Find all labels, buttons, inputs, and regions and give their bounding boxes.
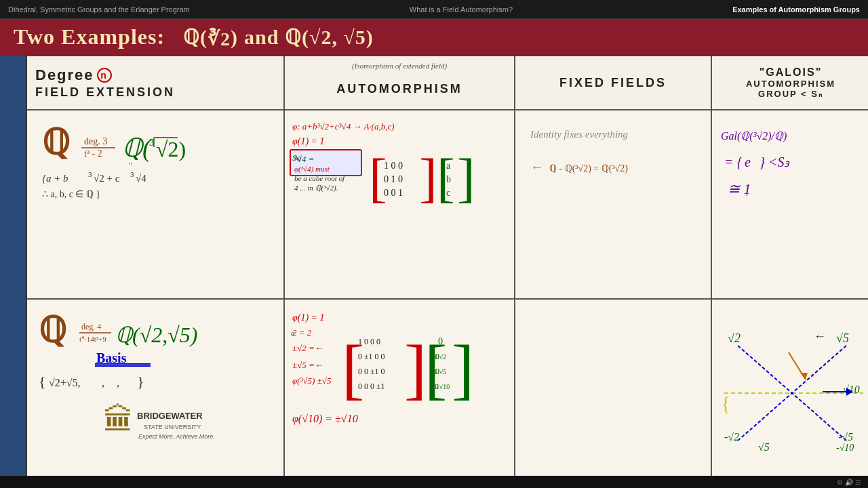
svg-text:1/√10: 1/√10	[434, 383, 450, 390]
header-automorphism: (Isomorphism of extended field) AUTOMORP…	[285, 56, 515, 110]
svg-text:√5: √5	[836, 331, 849, 345]
svg-text:φ(√10) = ±√10: φ(√10) = ±√10	[292, 413, 358, 425]
svg-text:3: 3	[88, 170, 92, 178]
svg-text:t⁴-14t²+9: t⁴-14t²+9	[79, 335, 106, 343]
nav-right[interactable]: Examples of Automorphism Groups	[732, 5, 860, 14]
svg-text:ℚ - ℚ(³√2) = ℚ(³√2): ℚ - ℚ(³√2) = ℚ(³√2)	[549, 163, 628, 174]
bottom-bar: ⚙ 🔊 ☰	[0, 476, 868, 488]
svg-text:{: {	[721, 392, 730, 414]
svg-text:{a + b: {a + b	[42, 173, 68, 184]
nav-left[interactable]: Dihedral, Symmetric Groups and the Erlan…	[8, 5, 190, 14]
svg-text:= {: = {	[724, 155, 743, 169]
auto-row2-svg: φ(1) = 1 [ 1 0 0 0 0 ±1 0 0 0 0 ±1 0 0 0…	[289, 304, 515, 480]
bottom-status: ⚙ 🔊 ☰	[837, 479, 861, 486]
main-content: Degree n FIELD EXTENSION (Isomorphism of…	[0, 56, 868, 488]
galois-group-row2: √2 √5 ← -√5 √10 -√10 √5 -√2	[712, 300, 868, 489]
fixed-fields-row1-svg: Identity fixes everything ← ℚ - ℚ(³√2) =…	[524, 117, 712, 253]
svg-text:,: ,	[117, 377, 119, 388]
svg-text:ℚ: ℚ	[42, 123, 70, 162]
svg-text:-√5: -√5	[838, 431, 853, 443]
svg-text:": "	[129, 160, 132, 170]
galois-group-label: GROUP < Sₙ	[758, 89, 823, 99]
svg-text:√4: √4	[136, 173, 146, 184]
svg-text:0  1  0: 0 1 0	[384, 174, 403, 184]
iso-note: (Isomorphism of extended field)	[352, 62, 447, 70]
svg-text:]: ]	[404, 331, 427, 407]
svg-text:±√5 =←: ±√5 =←	[292, 360, 323, 370]
field-ext-row2-svg: ℚ deg. 4 t⁴-14t²+9 ℚ(√2,√5) Basis { √2+√…	[35, 305, 276, 474]
galois-header-content: "GALOIS" AUTOMORPHISM GROUP < Sₙ	[746, 66, 835, 99]
svg-text:Gal(ℚ(³√2)/ℚ): Gal(ℚ(³√2)/ℚ)	[721, 130, 787, 142]
svg-text:3: 3	[149, 138, 154, 148]
svg-text:φ(1) = 1: φ(1) = 1	[292, 136, 325, 147]
main-table: Degree n FIELD EXTENSION (Isomorphism of…	[26, 56, 868, 488]
svg-text:φ: a+b³√2+c³√4 → A·(a,b,c): φ: a+b³√2+c³√4 → A·(a,b,c)	[292, 121, 395, 131]
svg-text:deg. 4: deg. 4	[81, 322, 101, 331]
svg-text:}: }	[137, 373, 144, 390]
svg-text:0  ±1  0  0: 0 ±1 0 0	[358, 352, 385, 361]
svg-text:ℚ(: ℚ(	[122, 134, 153, 163]
svg-text:2 = 2: 2 = 2	[292, 327, 312, 338]
svg-text:←: ←	[530, 159, 544, 174]
svg-text:1   0   0  0: 1 0 0 0	[358, 337, 380, 346]
field-extension-row1: ℚ deg. 3 t³ - 2 ℚ( 3 √2) " {a + b 3 √2 +…	[27, 110, 285, 300]
svg-text:b: b	[446, 174, 451, 184]
svg-text:0   0  ±1 0: 0 0 ±1 0	[358, 367, 385, 376]
svg-text:0: 0	[438, 336, 443, 346]
svg-text:be a cube root of: be a cube root of	[294, 174, 346, 182]
field-extension-label: FIELD EXTENSION	[35, 85, 175, 100]
svg-text:√2: √2	[728, 331, 741, 345]
svg-text:ℚ(√2,√5): ℚ(√2,√5)	[115, 323, 197, 347]
automorphism-row1: φ: a+b³√2+c³√4 → A·(a,b,c) φ(1) = 1 ³√4 …	[285, 110, 515, 300]
fixed-fields-label: FIXED FIELDS	[559, 76, 667, 90]
galois-row2-svg: √2 √5 ← -√5 √10 -√10 √5 -√2	[717, 305, 868, 481]
svg-text:{: {	[39, 373, 46, 390]
header-galois-group: "GALOIS" AUTOMORPHISM GROUP < Sₙ	[712, 56, 868, 110]
nav-center[interactable]: What is a Field Automorphism?	[410, 5, 513, 14]
svg-text:Expect More. Achieve More.: Expect More. Achieve More.	[138, 433, 215, 440]
svg-text:]: ]	[419, 148, 437, 207]
galois-quotes-label: "GALOIS"	[760, 66, 823, 79]
svg-text:a: a	[446, 161, 451, 171]
svg-text:BRIDGEWATER: BRIDGEWATER	[137, 411, 203, 421]
galois-auto-label: AUTOMORPHISM	[746, 79, 835, 89]
svg-text:3: 3	[130, 170, 134, 178]
svg-marker-97	[800, 373, 808, 380]
svg-text:} <S₃: } <S₃	[760, 155, 790, 169]
title-bar: Two Examples: ℚ(∛2) and ℚ(√2, √5)	[0, 19, 868, 56]
svg-text:√2): √2)	[156, 137, 186, 161]
svg-text:]: ]	[457, 148, 475, 207]
svg-text:0  0  1: 0 0 1	[384, 188, 403, 198]
svg-text:🏛: 🏛	[103, 403, 134, 437]
svg-text:√2 + c: √2 + c	[94, 173, 120, 184]
svg-text:√10: √10	[843, 384, 860, 395]
svg-text:-√2: -√2	[724, 431, 739, 443]
automorphism-row2: φ(1) = 1 [ 1 0 0 0 0 ±1 0 0 0 0 ±1 0 0 0…	[285, 300, 515, 489]
fixed-fields-row2	[515, 300, 712, 489]
svg-text:.: .	[746, 188, 749, 198]
svg-text:1  0  0: 1 0 0	[384, 161, 403, 171]
field-extension-row2: ℚ deg. 4 t⁴-14t²+9 ℚ(√2,√5) Basis { √2+√…	[27, 300, 285, 489]
galois-group-row1: Gal(ℚ(³√2)/ℚ) = { e } <S₃ ≅ 1 .	[712, 110, 868, 300]
svg-text:ℚ: ℚ	[39, 311, 66, 350]
svg-text:φ(1) = 1: φ(1) = 1	[292, 312, 325, 323]
automorphism-label: AUTOMORPHISM	[336, 82, 462, 96]
galois-row1-svg: Gal(ℚ(³√2)/ℚ) = { e } <S₃ ≅ 1 .	[717, 116, 868, 251]
svg-text:Identity fixes everything: Identity fixes everything	[530, 129, 629, 140]
auto-row1-svg: φ: a+b³√2+c³√4 → A·(a,b,c) φ(1) = 1 ³√4 …	[289, 115, 515, 250]
svg-text:,: ,	[102, 377, 104, 388]
svg-text:a: a	[291, 329, 295, 337]
field-ext-row1-svg: ℚ deg. 3 t³ - 2 ℚ( 3 √2) " {a + b 3 √2 +…	[35, 117, 275, 291]
degree-n-circle: n	[97, 68, 112, 83]
header-fixed-fields: FIXED FIELDS	[515, 56, 712, 110]
top-navigation: Dihedral, Symmetric Groups and the Erlan…	[0, 0, 868, 19]
header-field-extension: Degree n FIELD EXTENSION	[27, 56, 285, 110]
svg-text:Basis: Basis	[96, 350, 127, 365]
fixed-fields-row1: Identity fixes everything ← ℚ - ℚ(³√2) =…	[515, 110, 712, 300]
svg-text:0   0   0 ±1: 0 0 0 ±1	[358, 382, 385, 391]
svg-text:t³ - 2: t³ - 2	[84, 148, 102, 159]
svg-text:√5: √5	[758, 441, 770, 453]
svg-text:-√10: -√10	[836, 443, 854, 453]
svg-text:φ(³√4) must: φ(³√4) must	[294, 165, 330, 174]
svg-text:So: So	[292, 152, 302, 163]
